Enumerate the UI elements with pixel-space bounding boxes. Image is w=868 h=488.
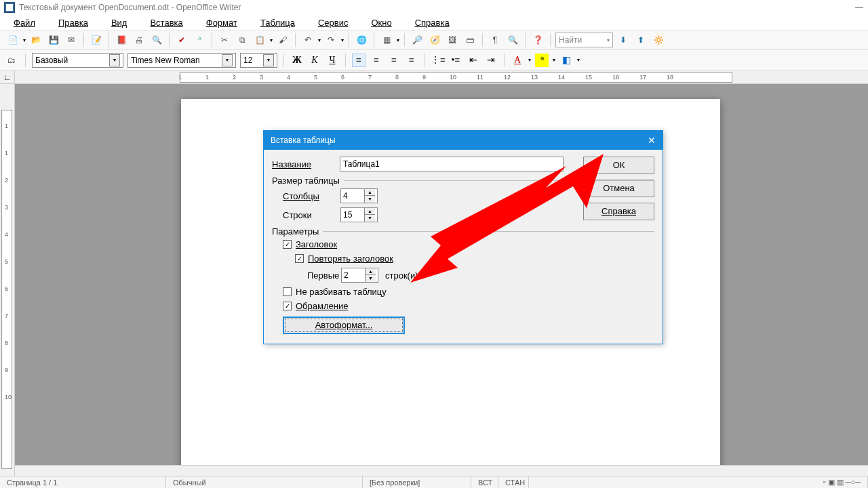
menu-table[interactable]: Таблица: [250, 16, 306, 29]
ruler-corner: ∟: [0, 70, 15, 84]
email-icon[interactable]: ✉: [64, 33, 79, 47]
size-combo[interactable]: 12▾: [240, 53, 277, 68]
new-icon[interactable]: 📄: [5, 33, 20, 47]
nosplit-checkbox[interactable]: [283, 287, 292, 296]
nonprint-icon[interactable]: ¶: [488, 33, 502, 47]
status-lang[interactable]: [Без проверки]: [363, 476, 471, 488]
save-icon[interactable]: 💾: [46, 33, 61, 47]
pdf-icon[interactable]: 📕: [114, 33, 129, 47]
minimize-button[interactable]: —: [854, 3, 864, 12]
status-view-icons[interactable]: ▫ ▣ ▥ ─○─: [816, 476, 868, 488]
table-icon[interactable]: ▦: [379, 33, 394, 47]
bold-button[interactable]: Ж: [290, 54, 304, 67]
find-icon[interactable]: 🔎: [410, 33, 425, 47]
cols-label: Столбцы: [283, 191, 340, 201]
navigator-icon[interactable]: 🧭: [427, 33, 442, 47]
bgcolor-icon[interactable]: ◧: [559, 54, 573, 67]
align-left-icon[interactable]: ≡: [352, 54, 366, 67]
rows-input[interactable]: ▲▼: [340, 207, 378, 222]
underline-button[interactable]: Ч: [326, 54, 339, 67]
dialog-titlebar[interactable]: Вставка таблицы ✕: [264, 131, 663, 150]
align-center-icon[interactable]: ≡: [370, 54, 383, 67]
menu-tools[interactable]: Сервис: [307, 16, 359, 29]
spellcheck-icon[interactable]: ✔: [174, 33, 189, 47]
edit-icon[interactable]: 📝: [89, 33, 104, 47]
italic-button[interactable]: К: [308, 54, 321, 67]
cut-icon[interactable]: ✂: [217, 33, 232, 47]
align-right-icon[interactable]: ≡: [387, 54, 401, 67]
header-checkbox[interactable]: ✓: [283, 240, 292, 249]
first-unit: строк(и): [385, 270, 418, 281]
styles-icon[interactable]: 🗂: [4, 53, 19, 68]
status-bar: Страница 1 / 1 Обычный [Без проверки] ВС…: [0, 476, 868, 488]
first-label: Первые: [307, 270, 341, 281]
undo-icon[interactable]: ↶: [300, 33, 315, 47]
format-toolbar: 🗂 Базовый▾ Times New Roman▾ 12▾ Ж К Ч ≡ …: [0, 50, 868, 70]
datasource-icon[interactable]: 🗃: [462, 33, 477, 47]
ok-button[interactable]: ОК: [583, 157, 654, 174]
bullets-icon[interactable]: •≡: [449, 54, 462, 67]
find-prev-icon[interactable]: ⬆: [633, 33, 648, 47]
copy-icon[interactable]: ⧉: [235, 33, 250, 47]
find-next-icon[interactable]: ⬇: [616, 33, 631, 47]
border-label: Обрамление: [296, 301, 348, 311]
insert-table-dialog: Вставка таблицы ✕ ОК Отмена Справка Назв…: [263, 130, 663, 344]
close-icon[interactable]: ✕: [648, 135, 656, 146]
ruler-horizontal[interactable]: ∟ 1123456789101112131415161718: [0, 70, 868, 84]
numbering-icon[interactable]: ⋮≡: [431, 54, 445, 67]
caret-icon[interactable]: ▾: [397, 37, 399, 43]
autospell-icon[interactable]: ᴬ: [192, 33, 207, 47]
autoformat-button[interactable]: Автоформат...: [283, 317, 405, 334]
preview-icon[interactable]: 🔍: [149, 33, 164, 47]
status-style[interactable]: Обычный: [166, 476, 363, 488]
highlight-icon[interactable]: ᵃ: [535, 54, 549, 67]
dialog-title: Вставка таблицы: [271, 136, 336, 145]
help-button[interactable]: Справка: [583, 203, 654, 220]
border-checkbox[interactable]: ✓: [283, 302, 292, 310]
menu-help[interactable]: Справка: [404, 16, 460, 29]
menu-view[interactable]: Вид: [100, 16, 138, 29]
print-icon[interactable]: 🖨: [132, 33, 146, 47]
header-label: Заголовок: [296, 239, 337, 249]
title-bar: Текстовый документ OpenDocument.odt - Op…: [0, 0, 868, 15]
caret-icon[interactable]: ▾: [23, 37, 26, 43]
paste-icon[interactable]: 📋: [252, 33, 267, 47]
menu-window[interactable]: Окно: [360, 16, 402, 29]
menu-format[interactable]: Формат: [195, 16, 248, 29]
align-justify-icon[interactable]: ≡: [405, 54, 418, 67]
menu-file[interactable]: Файл: [3, 16, 46, 29]
caret-icon[interactable]: ▾: [341, 37, 344, 43]
repeat-header-label: Повторять заголовок: [308, 253, 393, 264]
status-stan[interactable]: СТАН: [498, 476, 529, 488]
scrollbar-horizontal[interactable]: [15, 465, 868, 476]
open-icon[interactable]: 📂: [28, 33, 43, 47]
hyperlink-icon[interactable]: 🌐: [354, 33, 369, 47]
status-ins[interactable]: ВСТ: [471, 476, 498, 488]
find-all-icon[interactable]: 🔆: [651, 33, 666, 47]
name-label: Название: [272, 159, 340, 169]
repeat-header-checkbox[interactable]: ✓: [295, 254, 304, 263]
search-input[interactable]: Найти▾: [555, 33, 613, 47]
cols-input[interactable]: ▲▼: [340, 188, 378, 203]
help-icon[interactable]: ❓: [530, 33, 545, 47]
name-input[interactable]: [340, 157, 564, 171]
outdent-icon[interactable]: ⇤: [467, 54, 480, 67]
first-input[interactable]: ▲▼: [341, 268, 378, 283]
redo-icon[interactable]: ↷: [323, 33, 338, 47]
caret-icon[interactable]: ▾: [318, 37, 321, 43]
caret-icon[interactable]: ▾: [270, 37, 273, 43]
window-title: Текстовый документ OpenDocument.odt - Op…: [19, 3, 241, 12]
menu-insert[interactable]: Вставка: [139, 16, 193, 29]
font-combo[interactable]: Times New Roman▾: [127, 53, 236, 68]
indent-icon[interactable]: ⇥: [484, 54, 498, 67]
ruler-vertical[interactable]: 112345678910: [0, 84, 15, 476]
style-combo[interactable]: Базовый▾: [32, 53, 123, 68]
font-color-icon[interactable]: A: [511, 54, 524, 67]
zoom-icon[interactable]: 🔍: [505, 33, 520, 47]
gallery-icon[interactable]: 🖼: [445, 33, 460, 47]
status-page: Страница 1 / 1: [0, 476, 166, 488]
rows-label: Строки: [283, 210, 340, 220]
format-paint-icon[interactable]: 🖌: [275, 33, 290, 47]
menu-edit[interactable]: Правка: [47, 16, 99, 29]
params-group-label: Параметры: [272, 226, 319, 237]
